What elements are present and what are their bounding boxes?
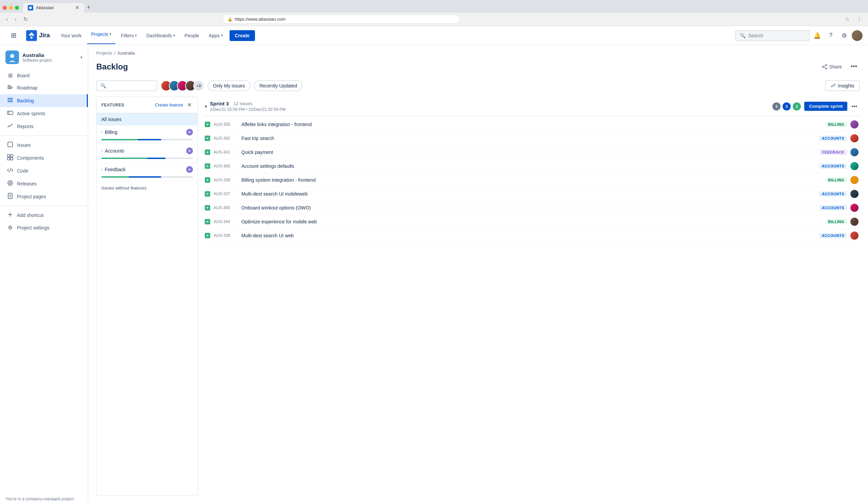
browser-tab[interactable]: Atlassian ✕ bbox=[23, 3, 84, 12]
issue-key: AUS-341 bbox=[214, 150, 238, 154]
main-content: Projects / Australia Backlog Share • bbox=[88, 45, 868, 501]
issue-key: AUS-360 bbox=[214, 205, 238, 210]
sidebar-item-project-pages[interactable]: Project pages bbox=[0, 190, 88, 203]
svg-point-27 bbox=[826, 64, 827, 66]
insights-button[interactable]: Insights bbox=[825, 80, 860, 91]
sidebar-project-header[interactable]: Australia Software project ▾ bbox=[0, 45, 88, 70]
create-feature-button[interactable]: Create feature bbox=[155, 103, 183, 107]
sidebar-item-reports[interactable]: Reports bbox=[0, 120, 88, 133]
issue-label: ACCOUNTS bbox=[819, 136, 847, 141]
sidebar-item-board[interactable]: ⊞ Board bbox=[0, 70, 88, 81]
share-button[interactable]: Share bbox=[818, 62, 845, 72]
grid-icon[interactable]: ⊞ bbox=[6, 26, 22, 45]
backlog-icon bbox=[7, 97, 13, 104]
accounts-blue-fill bbox=[147, 158, 166, 159]
maximize-window-button[interactable] bbox=[15, 6, 19, 10]
browser-menu-button[interactable]: ⋮ bbox=[855, 14, 864, 24]
billing-progress bbox=[97, 139, 198, 144]
svg-rect-6 bbox=[8, 98, 13, 99]
sidebar-item-components[interactable]: Components bbox=[0, 151, 88, 164]
new-tab-button[interactable]: + bbox=[84, 3, 93, 12]
features-close-button[interactable]: ✕ bbox=[186, 101, 193, 109]
breadcrumb-projects-link[interactable]: Projects bbox=[96, 51, 112, 56]
billing-chevron: › bbox=[102, 130, 103, 135]
settings-button[interactable]: ⚙ bbox=[838, 30, 850, 42]
only-my-issues-button[interactable]: Only My issues bbox=[208, 80, 251, 91]
feature-item-feedback: › Feedback ▾ bbox=[97, 163, 198, 181]
feature-all-issues[interactable]: All issues bbox=[97, 113, 198, 125]
sprint-dates: 1/Dec/21 02:59 PM • 15/Dec/21 02:59 PM bbox=[210, 107, 772, 112]
svg-rect-9 bbox=[8, 111, 13, 115]
issue-title: Account settings defaults bbox=[241, 163, 816, 169]
feedback-progress bbox=[97, 176, 198, 181]
minimize-window-button[interactable] bbox=[9, 6, 13, 10]
sprint-more-button[interactable]: ••• bbox=[849, 102, 860, 111]
nav-your-work[interactable]: Your work bbox=[57, 30, 86, 41]
sidebar-item-releases[interactable]: Releases bbox=[0, 177, 88, 190]
issue-row[interactable]: AUS-341 Quick payment FEEDBACK bbox=[203, 146, 860, 159]
feature-feedback-header[interactable]: › Feedback ▾ bbox=[97, 163, 198, 176]
url-text: https://www.atlassian.com bbox=[235, 17, 286, 22]
features-panel: FEATURES Create feature ✕ All issues › B… bbox=[96, 97, 198, 496]
issue-row[interactable]: AUS-344 Optimize experience for mobile w… bbox=[203, 215, 860, 229]
more-options-button[interactable]: ••• bbox=[848, 61, 860, 72]
forward-button[interactable]: › bbox=[12, 15, 18, 24]
issue-key: AUS-339 bbox=[214, 178, 238, 182]
billing-badge: ▾ bbox=[186, 129, 193, 136]
bookmark-button[interactable]: ☆ bbox=[843, 14, 852, 24]
recently-updated-button[interactable]: Recently Updated bbox=[254, 80, 303, 91]
nav-dashboards[interactable]: Dashboards ▾ bbox=[142, 30, 179, 41]
sidebar-item-roadmap[interactable]: Roadmap bbox=[0, 81, 88, 94]
sidebar-item-code[interactable]: Code bbox=[0, 164, 88, 177]
nav-people[interactable]: People bbox=[180, 30, 203, 41]
sidebar-item-active-sprints[interactable]: Active sprints bbox=[0, 107, 88, 120]
sidebar-nav: ⊞ Board Roadmap Backlog Active sprints bbox=[0, 70, 88, 234]
issue-row[interactable]: AUS-335 Affelite links integration - fro… bbox=[203, 118, 860, 131]
nav-apps[interactable]: Apps ▾ bbox=[205, 30, 227, 41]
user-avatar[interactable] bbox=[852, 30, 862, 41]
sidebar-item-add-shortcut[interactable]: Add shortcut bbox=[0, 209, 88, 222]
help-button[interactable]: ? bbox=[825, 30, 837, 42]
svg-rect-16 bbox=[8, 158, 10, 160]
avatar-more[interactable]: +3 bbox=[193, 80, 204, 91]
nav-filters[interactable]: Filters ▾ bbox=[117, 30, 141, 41]
sidebar-item-issues[interactable]: Issues bbox=[0, 139, 88, 151]
nav-projects[interactable]: Projects ▾ bbox=[87, 29, 116, 44]
issue-row[interactable]: AUS-342 Fast trip search ACCOUNTS bbox=[203, 131, 860, 146]
refresh-button[interactable]: ↻ bbox=[21, 14, 30, 24]
issue-label: ACCOUNTS bbox=[819, 205, 847, 211]
issue-row[interactable]: AUS-338 Multi-dest search UI web ACCOUNT… bbox=[203, 229, 860, 243]
svg-rect-8 bbox=[8, 102, 13, 102]
issue-row[interactable]: AUS-360 Onboard workout options (OWO) AC… bbox=[203, 201, 860, 215]
jira-logo[interactable]: Jira bbox=[26, 30, 50, 41]
issue-title: Multi-dest search UI mobileweb bbox=[241, 191, 816, 196]
create-button[interactable]: Create bbox=[230, 30, 255, 41]
backlog-search[interactable]: 🔍 bbox=[96, 80, 157, 91]
svg-line-31 bbox=[824, 67, 826, 68]
close-window-button[interactable] bbox=[3, 6, 7, 10]
issue-row[interactable]: AUS-339 Billing system integration - fro… bbox=[203, 173, 860, 187]
back-button[interactable]: ‹ bbox=[4, 15, 10, 24]
issue-type-icon bbox=[205, 191, 210, 196]
sidebar-project-type: Software project bbox=[22, 58, 77, 63]
feature-accounts-header[interactable]: › Accounts ▾ bbox=[97, 144, 198, 158]
notifications-button[interactable]: 🔔 bbox=[811, 30, 823, 42]
tab-close-button[interactable]: ✕ bbox=[75, 5, 80, 11]
feature-billing-header[interactable]: › Billing ▾ bbox=[97, 125, 198, 139]
issue-row[interactable]: AUS-337 Multi-dest search UI mobileweb A… bbox=[203, 187, 860, 201]
sidebar-item-backlog[interactable]: Backlog bbox=[0, 94, 88, 107]
address-bar[interactable]: 🔒 https://www.atlassian.com bbox=[222, 14, 460, 24]
project-settings-icon: ⚙ bbox=[7, 224, 13, 231]
insights-icon bbox=[831, 83, 836, 88]
issue-label: BILLING bbox=[826, 122, 847, 127]
complete-sprint-button[interactable]: Complete sprint bbox=[804, 102, 847, 111]
share-icon bbox=[822, 64, 827, 70]
issues-without-features[interactable]: Issues without features bbox=[97, 181, 198, 194]
sprint-toggle-button[interactable]: ▾ bbox=[203, 103, 209, 110]
breadcrumb-current: Australia bbox=[118, 51, 135, 56]
svg-rect-14 bbox=[8, 154, 10, 157]
reports-icon bbox=[7, 123, 13, 130]
nav-search[interactable]: 🔍 Search bbox=[735, 30, 810, 41]
sidebar-item-project-settings[interactable]: ⚙ Project settings bbox=[0, 222, 88, 234]
issue-row[interactable]: AUS-340 Account settings defaults ACCOUN… bbox=[203, 159, 860, 173]
